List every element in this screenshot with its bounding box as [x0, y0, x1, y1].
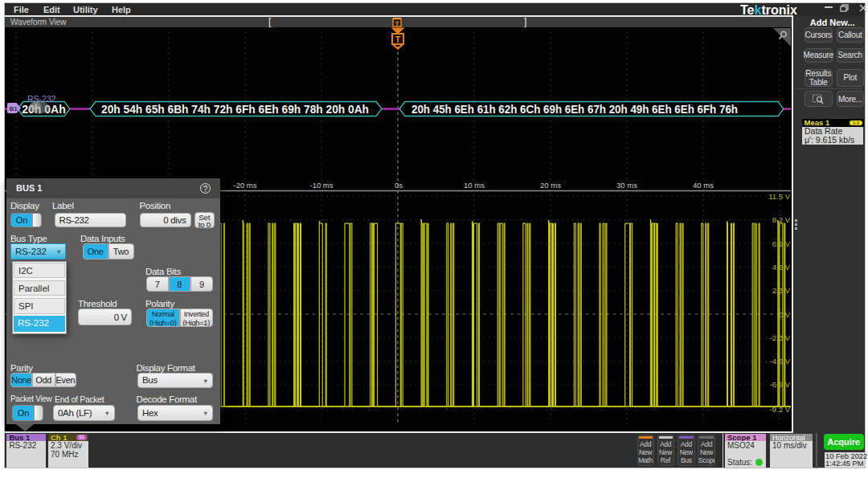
- svg-text:-6.9 V: -6.9 V: [770, 380, 791, 389]
- svg-text:40 ms: 40 ms: [693, 181, 714, 190]
- svg-text:2.3 V: 2.3 V: [772, 286, 791, 295]
- svg-text:11.5 V: 11.5 V: [768, 192, 790, 201]
- svg-text:B1: B1: [9, 105, 18, 112]
- svg-text:20h 54h 65h 6Bh 74h 72h 6Fh 6E: 20h 54h 65h 6Bh 74h 72h 6Fh 6Eh 69h 78h …: [101, 103, 369, 116]
- svg-text:20h 45h 6Eh 61h 62h 6Ch 69h 6E: 20h 45h 6Eh 61h 62h 6Ch 69h 6Eh 67h 20h …: [411, 103, 738, 116]
- svg-text:-2.3 V: -2.3 V: [770, 333, 791, 342]
- svg-text:9.2 V: 9.2 V: [772, 215, 791, 224]
- svg-text:RS-232: RS-232: [27, 94, 56, 104]
- svg-text:T: T: [395, 35, 400, 44]
- svg-text:30 ms: 30 ms: [616, 181, 637, 190]
- svg-text:-9.2 V: -9.2 V: [770, 405, 791, 414]
- svg-text:-4.6 V: -4.6 V: [770, 357, 791, 366]
- svg-text:6.9 V: 6.9 V: [772, 239, 791, 248]
- svg-text:-20 ms: -20 ms: [233, 181, 256, 190]
- svg-text:4.6 V: 4.6 V: [772, 263, 791, 272]
- svg-text:0s: 0s: [395, 181, 403, 190]
- svg-text:10 ms: 10 ms: [464, 181, 485, 190]
- svg-text:T: T: [395, 19, 399, 27]
- svg-text:20 ms: 20 ms: [540, 181, 561, 190]
- svg-text:0 V: 0 V: [779, 310, 791, 319]
- svg-text:-10 ms: -10 ms: [309, 181, 333, 190]
